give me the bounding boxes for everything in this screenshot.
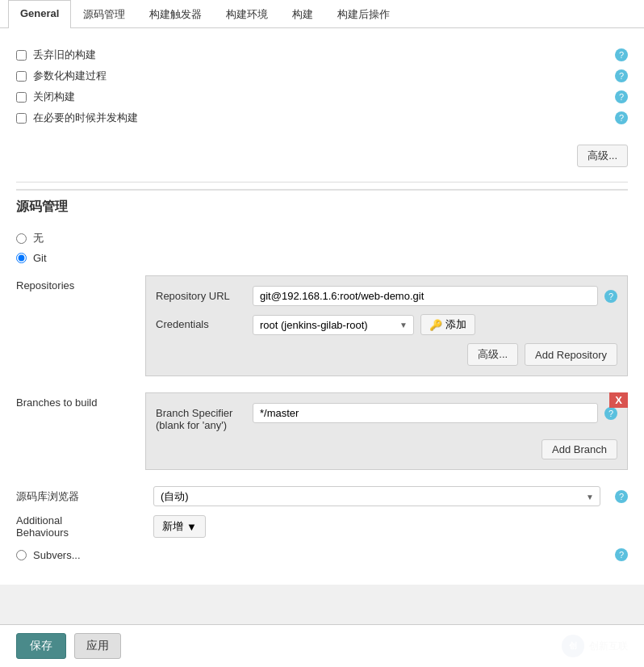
credentials-select[interactable]: root (jenkins-gilab-root) (253, 315, 414, 335)
browser-select[interactable]: (自动) (153, 486, 600, 506)
repo-url-input[interactable] (253, 286, 598, 306)
radio-none-label: 无 (33, 231, 44, 245)
radio-none-row: 无 (16, 228, 628, 249)
subversion-help-icon[interactable]: ? (615, 548, 628, 561)
checkbox-row-2: 参数化构建过程 ? (16, 65, 628, 86)
section-divider (16, 182, 628, 182)
repos-inner-block: Repository URL ? Credentials root (je (145, 275, 628, 376)
checkbox-concurrent-build-label: 在必要的时候并发构建 (33, 111, 138, 125)
repositories-row: Repositories Repository URL ? Credential… (16, 275, 628, 384)
radio-git[interactable] (16, 253, 27, 263)
branches-container: X Branch Specifier (blank for 'any') ? A… (145, 392, 628, 478)
subversion-row: Subvers... ? (16, 545, 628, 564)
radio-git-row: Git (16, 249, 628, 267)
source-section-title: 源码管理 (16, 189, 628, 228)
checkbox-row-1: 丢弃旧的构建 ? (16, 44, 628, 65)
tab-post-build[interactable]: 构建后操作 (325, 0, 402, 28)
add-repository-button[interactable]: Add Repository (525, 343, 617, 366)
subversion-label: Subvers... (33, 549, 81, 561)
tab-general[interactable]: General (8, 0, 71, 28)
advanced-button[interactable]: 高级... (577, 145, 628, 167)
general-checkboxes: 丢弃旧的构建 ? 参数化构建过程 ? 关闭构建 ? 在必要的时候并发构建 ? (16, 40, 628, 141)
repo-actions: 高级... Add Repository (156, 343, 617, 366)
browser-row: 源码库浏览器 (自动) ? (16, 486, 628, 506)
help-icon-2[interactable]: ? (615, 69, 628, 82)
browser-label: 源码库浏览器 (16, 489, 113, 504)
checkbox-disable-build-label: 关闭构建 (33, 90, 75, 104)
checkbox-row-3: 关闭构建 ? (16, 86, 628, 107)
radio-git-label: Git (33, 252, 47, 264)
repo-url-row: Repository URL ? (156, 286, 617, 306)
advanced-repo-button[interactable]: 高级... (467, 343, 518, 366)
checkbox-disable-build[interactable] (16, 92, 27, 103)
help-icon-1[interactable]: ? (615, 48, 628, 61)
browser-help-icon[interactable]: ? (615, 490, 628, 503)
page-content: 丢弃旧的构建 ? 参数化构建过程 ? 关闭构建 ? 在必要的时候并发构建 ? (0, 28, 644, 585)
checkbox-param-build-label: 参数化构建过程 (33, 69, 107, 83)
credentials-row-form: Credentials root (jenkins-gilab-root) 🔑 … (156, 314, 617, 335)
checkbox-discard-builds[interactable] (16, 50, 27, 61)
checkbox-row-4: 在必要的时候并发构建 ? (16, 107, 628, 128)
branches-row: Branches to build X Branch Specifier (bl… (16, 392, 628, 478)
key-icon: 🔑 (429, 319, 442, 331)
behaviors-label: Additional Behaviours (16, 514, 113, 539)
branch-specifier-label: Branch Specifier (blank for 'any') (156, 403, 253, 431)
branches-inner-block: Branch Specifier (blank for 'any') ? Add… (145, 392, 628, 470)
tab-build[interactable]: 构建 (280, 0, 325, 28)
repo-url-help-icon[interactable]: ? (604, 290, 617, 303)
behaviors-row: Additional Behaviours 新增 ▼ (16, 514, 628, 539)
radio-none[interactable] (16, 233, 27, 244)
branch-specifier-help-icon[interactable]: ? (604, 407, 617, 420)
new-behavior-button[interactable]: 新增 ▼ (153, 515, 206, 538)
dropdown-arrow-icon: ▼ (186, 521, 197, 533)
tab-triggers[interactable]: 构建触发器 (137, 0, 214, 28)
checkbox-discard-builds-label: 丢弃旧的构建 (33, 48, 96, 62)
remove-branch-button[interactable]: X (609, 392, 628, 408)
repositories-label: Repositories (16, 275, 113, 292)
help-icon-3[interactable]: ? (615, 90, 628, 103)
checkbox-concurrent-build[interactable] (16, 113, 27, 124)
tab-build-env[interactable]: 构建环境 (214, 0, 280, 28)
repo-url-label: Repository URL (156, 286, 253, 302)
radio-subversion[interactable] (16, 550, 27, 560)
advanced-btn-row: 高级... (16, 141, 628, 175)
new-behavior-label: 新增 (162, 519, 183, 534)
add-credentials-label: 添加 (445, 317, 466, 332)
repositories-section: Repositories Repository URL ? Credential… (16, 275, 628, 564)
add-credentials-button[interactable]: 🔑 添加 (420, 314, 475, 335)
repositories-container: Repository URL ? Credentials root (je (145, 275, 628, 384)
branch-specifier-row: Branch Specifier (blank for 'any') ? (156, 403, 617, 431)
tab-source[interactable]: 源码管理 (71, 0, 137, 28)
branches-label: Branches to build (16, 392, 113, 409)
checkbox-param-build[interactable] (16, 71, 27, 82)
add-branch-button[interactable]: Add Branch (542, 439, 617, 459)
tab-bar: General 源码管理 构建触发器 构建环境 构建 构建后操作 (0, 0, 644, 28)
credentials-label: Credentials (156, 314, 253, 330)
help-icon-4[interactable]: ? (615, 111, 628, 124)
branch-specifier-input[interactable] (253, 403, 598, 423)
